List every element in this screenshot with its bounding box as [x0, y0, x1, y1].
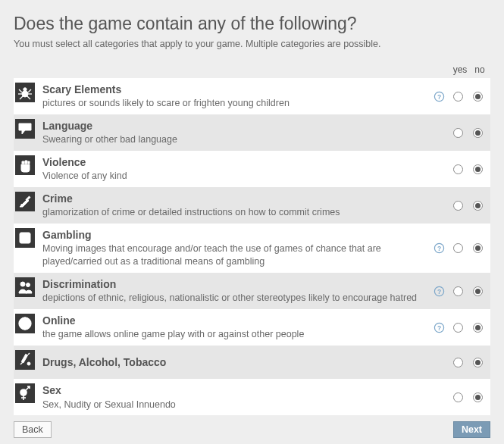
radio-yes[interactable]	[453, 358, 463, 367]
svg-point-1	[23, 88, 27, 91]
category-description: glamorization of crime or detailed instr…	[42, 206, 424, 219]
page-title: Does the game contain any of the followi…	[14, 14, 490, 34]
radio-no[interactable]	[473, 286, 483, 296]
category-row: Scary Elementspictures or sounds likely …	[14, 78, 490, 114]
radio-no[interactable]	[473, 164, 483, 174]
col-yes-label: yes	[450, 64, 470, 75]
spider-icon	[15, 83, 35, 102]
speech-icon: @!	[15, 119, 35, 139]
category-text: Drugs, Alcohol, Tobacco	[42, 355, 430, 369]
svg-rect-26	[21, 355, 27, 363]
radio-no[interactable]	[473, 243, 483, 253]
svg-text:?: ?	[437, 92, 440, 100]
category-description: the game allows online game play with or…	[42, 328, 424, 341]
gender-icon	[15, 383, 35, 403]
category-row: Onlinethe game allows online game play w…	[14, 309, 490, 346]
category-text: SexSex, Nudity or Sexual Innuendo	[42, 383, 430, 411]
category-title: Gambling	[42, 228, 424, 242]
svg-text:?: ?	[437, 245, 440, 252]
category-description: depictions of ethnic, religious, nationa…	[42, 292, 424, 305]
category-text: Discriminationdepictions of ethnic, reli…	[42, 277, 430, 305]
category-row: Crimeglamorization of crime or detailed …	[14, 187, 490, 224]
svg-point-0	[22, 91, 28, 97]
category-text: Onlinethe game allows online game play w…	[42, 314, 430, 341]
category-controls	[430, 164, 487, 174]
category-description: Sex, Nudity or Sexual Innuendo	[42, 399, 424, 411]
category-description: Swearing or other bad language	[42, 133, 424, 146]
category-row: Discriminationdepictions of ethnic, reli…	[14, 273, 490, 309]
next-button[interactable]: Next	[453, 421, 490, 438]
page-subtitle: You must select all categories that appl…	[14, 39, 490, 49]
category-row: GamblingMoving images that encourage and…	[14, 224, 490, 273]
radio-yes[interactable]	[453, 201, 463, 211]
svg-point-9	[26, 235, 28, 237]
svg-point-16	[27, 283, 30, 287]
svg-line-28	[20, 362, 23, 364]
svg-point-8	[21, 235, 23, 237]
people-icon	[15, 277, 35, 297]
category-title: Crime	[42, 192, 424, 205]
category-title: Language	[42, 119, 424, 133]
radio-yes[interactable]	[453, 392, 463, 402]
svg-rect-5	[26, 196, 30, 201]
category-title: Sex	[42, 383, 424, 397]
dice-icon	[15, 228, 35, 248]
radio-no[interactable]	[473, 128, 483, 138]
svg-line-27	[28, 353, 30, 355]
radio-yes[interactable]	[453, 128, 463, 138]
svg-text:?: ?	[437, 324, 440, 332]
help-icon[interactable]: ?	[434, 322, 445, 333]
back-button[interactable]: Back	[14, 421, 52, 438]
category-title: Discrimination	[42, 277, 424, 291]
category-controls: ?	[430, 242, 487, 254]
category-title: Drugs, Alcohol, Tobacco	[42, 355, 424, 369]
svg-text:@!: @!	[21, 124, 29, 130]
svg-text:?: ?	[437, 288, 440, 295]
category-controls	[430, 392, 487, 402]
col-no-label: no	[470, 64, 490, 75]
column-headers: yes no	[14, 64, 490, 75]
category-row: SexSex, Nudity or Sexual Innuendo	[14, 379, 490, 415]
help-icon[interactable]: ?	[434, 91, 445, 102]
radio-yes[interactable]	[453, 286, 463, 296]
svg-point-29	[27, 362, 30, 365]
category-text: ViolenceViolence of any kind	[42, 155, 430, 183]
help-icon[interactable]: ?	[434, 286, 445, 297]
category-title: Scary Elements	[42, 83, 424, 96]
category-controls: ?	[430, 286, 487, 297]
radio-no[interactable]	[473, 92, 483, 102]
category-description: Violence of any kind	[42, 170, 424, 183]
svg-point-15	[20, 282, 25, 286]
category-text: LanguageSwearing or other bad language	[42, 119, 430, 146]
category-controls	[430, 128, 487, 138]
category-description: Moving images that encourage and/or teac…	[42, 242, 424, 268]
radio-yes[interactable]	[453, 164, 463, 174]
category-title: Violence	[42, 155, 424, 169]
radio-yes[interactable]	[453, 92, 463, 102]
category-controls	[430, 201, 487, 211]
radio-no[interactable]	[473, 392, 483, 402]
category-text: Crimeglamorization of crime or detailed …	[42, 192, 430, 219]
syringe-icon	[15, 350, 35, 370]
category-controls: ?	[430, 322, 487, 333]
radio-no[interactable]	[473, 201, 483, 211]
radio-no[interactable]	[473, 323, 483, 333]
radio-yes[interactable]	[453, 323, 463, 333]
radio-no[interactable]	[473, 358, 483, 367]
knife-icon	[15, 192, 35, 211]
footer: Back Next	[14, 421, 490, 438]
category-text: GamblingMoving images that encourage and…	[42, 228, 430, 268]
category-controls: ?	[430, 91, 487, 102]
category-list: Scary Elementspictures or sounds likely …	[14, 78, 490, 415]
fist-icon	[15, 155, 35, 175]
globe-icon	[15, 314, 35, 333]
svg-point-11	[26, 239, 28, 242]
category-row: Drugs, Alcohol, Tobacco	[14, 346, 490, 379]
category-row: ViolenceViolence of any kind	[14, 151, 490, 187]
help-icon[interactable]: ?	[434, 242, 445, 254]
svg-point-12	[23, 237, 26, 239]
svg-point-6	[21, 205, 23, 207]
category-title: Online	[42, 314, 424, 327]
svg-point-10	[21, 239, 23, 242]
radio-yes[interactable]	[453, 243, 463, 253]
